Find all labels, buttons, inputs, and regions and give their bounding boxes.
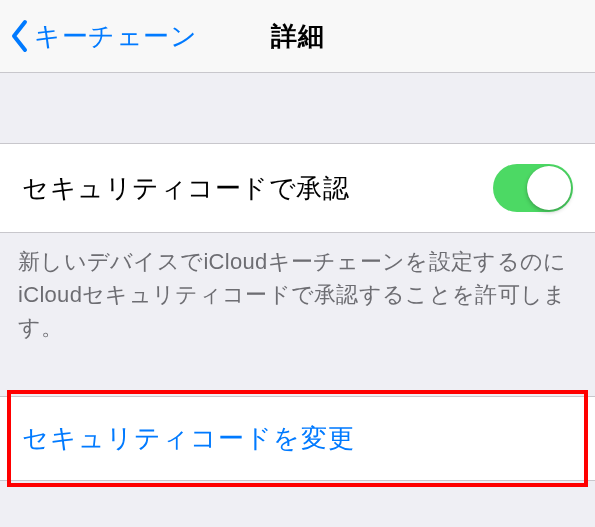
back-label: キーチェーン	[34, 19, 197, 54]
approve-toggle[interactable]	[493, 164, 573, 212]
toggle-knob	[527, 166, 571, 210]
navigation-bar: キーチェーン 詳細	[0, 0, 595, 73]
change-security-code-label: セキュリティコードを変更	[22, 423, 355, 453]
approve-with-code-label: セキュリティコードで承認	[22, 171, 349, 206]
chevron-left-icon	[10, 19, 30, 53]
change-security-code-row[interactable]: セキュリティコードを変更	[0, 396, 595, 481]
approve-footer-text: 新しいデバイスでiCloudキーチェーンを設定するのにiCloudセキュリティコ…	[0, 233, 595, 344]
approve-with-code-row: セキュリティコードで承認	[0, 143, 595, 233]
back-button[interactable]: キーチェーン	[10, 0, 197, 72]
spacer	[0, 73, 595, 143]
